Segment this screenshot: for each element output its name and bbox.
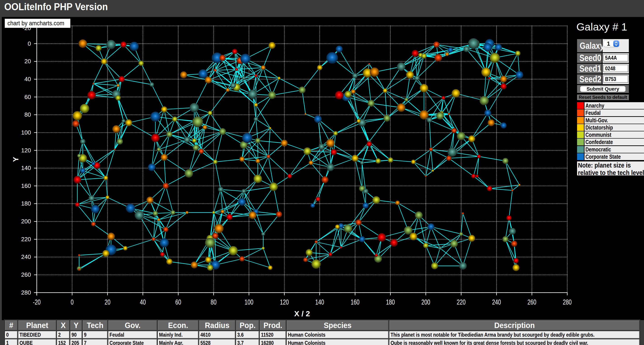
svg-text:60: 60 bbox=[24, 94, 31, 100]
svg-text:X / 2: X / 2 bbox=[294, 309, 310, 318]
svg-text:80: 80 bbox=[211, 298, 217, 306]
svg-text:200: 200 bbox=[422, 298, 430, 306]
svg-text:160: 160 bbox=[351, 298, 360, 306]
svg-text:260: 260 bbox=[21, 271, 31, 278]
svg-text:120: 120 bbox=[280, 298, 289, 306]
svg-text:140: 140 bbox=[21, 164, 31, 171]
svg-text:100: 100 bbox=[21, 129, 31, 136]
svg-text:180: 180 bbox=[386, 298, 395, 306]
svg-text:180: 180 bbox=[21, 200, 31, 207]
svg-text:280: 280 bbox=[563, 298, 572, 306]
svg-text:240: 240 bbox=[492, 298, 501, 306]
svg-text:200: 200 bbox=[21, 218, 31, 225]
svg-text:280: 280 bbox=[21, 289, 31, 296]
svg-text:260: 260 bbox=[528, 298, 536, 306]
svg-text:160: 160 bbox=[21, 182, 31, 189]
svg-text:40: 40 bbox=[140, 298, 146, 306]
svg-text:0: 0 bbox=[71, 298, 74, 306]
svg-text:-20: -20 bbox=[33, 298, 41, 306]
svg-text:220: 220 bbox=[457, 298, 466, 306]
svg-text:140: 140 bbox=[315, 298, 324, 306]
svg-text:Y: Y bbox=[12, 157, 20, 162]
svg-text:220: 220 bbox=[21, 236, 31, 242]
svg-text:60: 60 bbox=[175, 298, 181, 306]
svg-text:40: 40 bbox=[24, 76, 31, 82]
svg-text:80: 80 bbox=[24, 111, 31, 118]
svg-text:120: 120 bbox=[21, 147, 31, 154]
svg-text:0: 0 bbox=[28, 40, 31, 47]
svg-text:20: 20 bbox=[24, 58, 31, 65]
svg-text:20: 20 bbox=[104, 298, 110, 306]
svg-text:240: 240 bbox=[21, 254, 31, 260]
svg-text:100: 100 bbox=[245, 298, 254, 306]
